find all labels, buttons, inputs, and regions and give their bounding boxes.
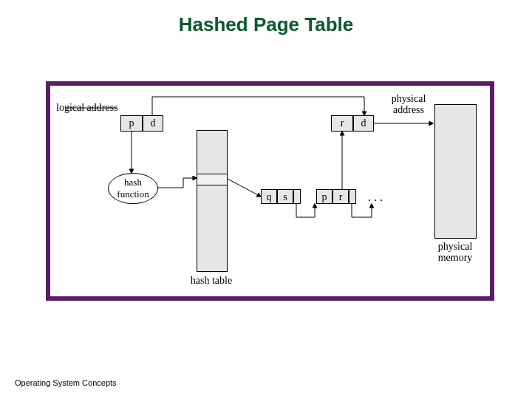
ellipsis: . . . (368, 191, 383, 204)
cell-node1-value: s (277, 189, 293, 204)
hash-slot-selected (197, 174, 227, 185)
svg-line-2 (226, 178, 261, 197)
label-physical-memory: physical memory (429, 241, 482, 264)
cell-node2-key: p (316, 189, 332, 204)
label-physical-address: physical address (383, 93, 434, 116)
cell-node2-pointer (349, 189, 356, 204)
footer-text: Operating System Concepts (15, 378, 117, 387)
hash-table (197, 130, 228, 272)
label-hash-table: hash table (182, 275, 241, 286)
cell-physical-d: d (353, 115, 374, 132)
label-hash-function: hash function (117, 177, 149, 200)
cell-node1-pointer (293, 189, 301, 204)
hash-function-node: hash function (108, 173, 158, 204)
physical-memory (434, 104, 477, 239)
cell-logical-p: p (120, 115, 143, 132)
label-logical-address: logical address (56, 102, 118, 113)
cell-physical-r: r (331, 115, 353, 132)
cell-node2-value: r (332, 189, 349, 204)
slide-title: Hashed Page Table (0, 13, 532, 36)
cell-node1-key: q (261, 189, 277, 204)
diagram-frame: logical address p d hash function hash t… (46, 81, 494, 301)
cell-logical-d: d (143, 115, 163, 132)
